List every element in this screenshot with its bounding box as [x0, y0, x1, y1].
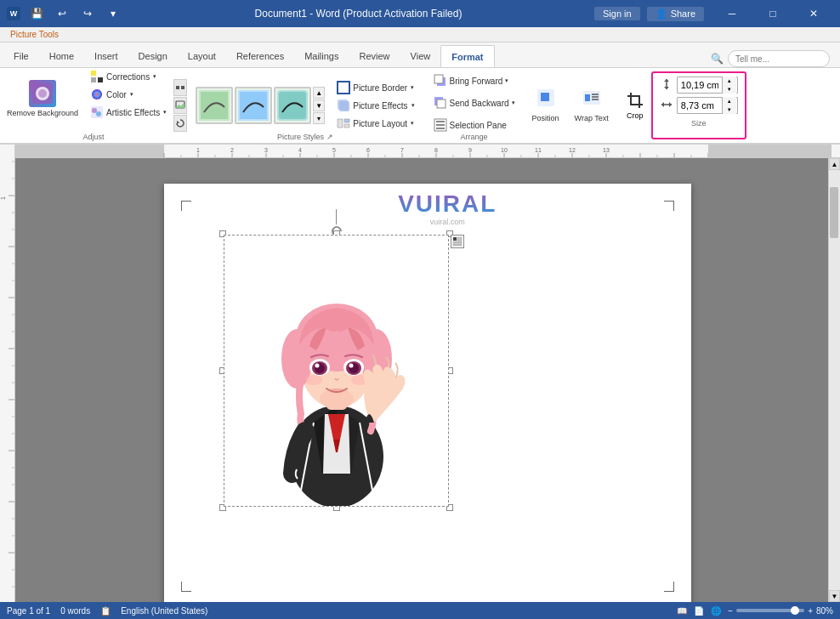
vertical-scrollbar[interactable]: ▲ ▼	[828, 158, 840, 602]
selection-pane-button[interactable]: Selection Pane	[429, 116, 512, 134]
height-input[interactable]	[678, 80, 722, 90]
style-thumb-3[interactable]	[274, 87, 311, 124]
vertical-ruler: 1	[0, 145, 15, 602]
crop-button[interactable]: Crop	[619, 71, 651, 139]
picture-effects-button[interactable]: Picture Effects ▾	[333, 97, 417, 114]
svg-rect-48	[0, 145, 15, 602]
height-row: ▲ ▼	[660, 77, 738, 94]
signin-button[interactable]: Sign in	[594, 7, 640, 20]
arrange-group: Bring Forward ▾ Send Backward ▾ Selectio…	[423, 68, 525, 143]
border-dropdown-icon: ▾	[411, 84, 414, 91]
tab-mailings[interactable]: Mailings	[294, 45, 349, 67]
zoom-out-button[interactable]: −	[728, 606, 733, 616]
width-input-box[interactable]: ▲ ▼	[677, 97, 738, 114]
close-button[interactable]: ✕	[794, 0, 833, 27]
artistic-effects-label: Artistic Effects	[106, 108, 160, 117]
picture-layout-button[interactable]: Picture Layout ▾	[333, 115, 417, 132]
layout-label: Picture Layout	[353, 119, 407, 128]
style-thumb-1[interactable]	[196, 87, 233, 124]
share-icon: 👤	[656, 9, 667, 20]
zoom-in-button[interactable]: +	[808, 606, 813, 616]
print-layout-icon[interactable]: 📄	[694, 606, 704, 616]
scroll-down-button[interactable]: ▼	[829, 590, 840, 602]
corner-br	[664, 582, 674, 592]
position-icon	[536, 88, 556, 112]
corrections-button[interactable]: Corrections ▾	[87, 68, 170, 85]
remove-background-button[interactable]: Remove Background	[0, 68, 85, 129]
status-right: 📖 📄 🌐 − + 80%	[677, 606, 833, 616]
svg-point-2	[38, 89, 47, 98]
position-wrap-content: Position Wrap Text	[525, 68, 616, 143]
bring-forward-button[interactable]: Bring Forward ▾	[429, 71, 514, 90]
svg-rect-33	[436, 124, 445, 126]
svg-rect-5	[91, 77, 96, 82]
web-layout-icon[interactable]: 🌐	[711, 606, 721, 616]
svg-text:13: 13	[603, 147, 610, 153]
redo-button[interactable]: ↪	[78, 4, 97, 23]
width-input[interactable]	[678, 100, 722, 111]
size-group-label: Size	[660, 119, 738, 128]
style-gallery: ▲ ▼ ▾	[192, 87, 328, 124]
document-page: VUIRAL vuiral.com	[164, 184, 691, 602]
send-backward-icon	[434, 96, 447, 110]
image-box	[224, 235, 449, 507]
svg-rect-78	[15, 145, 164, 158]
layout-options-button[interactable]	[451, 235, 464, 248]
restore-button[interactable]: □	[753, 0, 792, 27]
tab-review[interactable]: Review	[349, 45, 400, 67]
minimize-button[interactable]: ─	[712, 0, 752, 27]
tab-file[interactable]: File	[3, 45, 39, 67]
zoom-thumb[interactable]	[791, 606, 799, 615]
tab-format[interactable]: Format	[440, 45, 494, 67]
tab-view[interactable]: View	[400, 45, 441, 67]
tab-design[interactable]: Design	[128, 45, 178, 67]
color-button[interactable]: Color ▾	[87, 86, 170, 103]
picture-styles-expand-icon[interactable]: ↗	[326, 133, 333, 141]
wrap-text-button[interactable]: Wrap Text	[568, 75, 616, 136]
zoom-slider[interactable]	[736, 609, 804, 612]
tab-home[interactable]: Home	[39, 45, 84, 67]
corner-tl	[181, 201, 191, 211]
send-backward-button[interactable]: Send Backward ▾	[429, 94, 520, 112]
gallery-down-button[interactable]: ▼	[313, 99, 325, 111]
tab-references[interactable]: References	[226, 45, 294, 67]
svg-text:12: 12	[569, 147, 576, 153]
corner-bl	[181, 582, 191, 592]
proofing-icon[interactable]: 📋	[100, 606, 111, 616]
customize-quick-access-button[interactable]: ▾	[104, 4, 122, 23]
style-thumb-2[interactable]	[235, 87, 272, 124]
save-button[interactable]: 💾	[27, 4, 46, 23]
language[interactable]: English (United States)	[121, 606, 207, 616]
gallery-expand-button[interactable]: ▾	[313, 112, 325, 124]
svg-rect-30	[437, 99, 446, 108]
height-down-button[interactable]: ▼	[723, 85, 736, 94]
tell-me-input[interactable]	[728, 50, 830, 67]
word-count: 0 words	[60, 606, 90, 616]
height-up-button[interactable]: ▲	[723, 77, 736, 85]
undo-button[interactable]: ↩	[53, 4, 71, 23]
svg-rect-128	[453, 241, 462, 243]
svg-rect-4	[98, 71, 103, 76]
reset-picture-button[interactable]	[173, 115, 187, 132]
width-up-button[interactable]: ▲	[723, 97, 736, 105]
artistic-effects-button[interactable]: Artistic Effects ▾	[87, 104, 170, 121]
tab-layout[interactable]: Layout	[178, 45, 226, 67]
image-container[interactable]	[224, 235, 449, 507]
read-mode-icon[interactable]: 📖	[677, 606, 687, 616]
height-icon	[660, 77, 673, 93]
scroll-thumb[interactable]	[830, 187, 838, 238]
zoom-controls: − + 80%	[728, 606, 833, 616]
height-input-box[interactable]: ▲ ▼	[677, 77, 738, 94]
change-picture-button[interactable]	[173, 97, 187, 114]
share-button[interactable]: 👤 Share	[647, 7, 704, 21]
svg-text:1: 1	[196, 147, 200, 153]
position-button[interactable]: Position	[525, 75, 566, 136]
tab-insert[interactable]: Insert	[84, 45, 128, 67]
compress-button[interactable]	[173, 79, 187, 96]
wrap-text-label: Wrap Text	[575, 114, 609, 123]
zoom-level[interactable]: 80%	[816, 606, 833, 616]
scroll-up-button[interactable]: ▲	[829, 158, 840, 170]
width-down-button[interactable]: ▼	[723, 105, 736, 114]
picture-border-button[interactable]: Picture Border ▾	[333, 79, 417, 96]
gallery-up-button[interactable]: ▲	[313, 87, 325, 99]
